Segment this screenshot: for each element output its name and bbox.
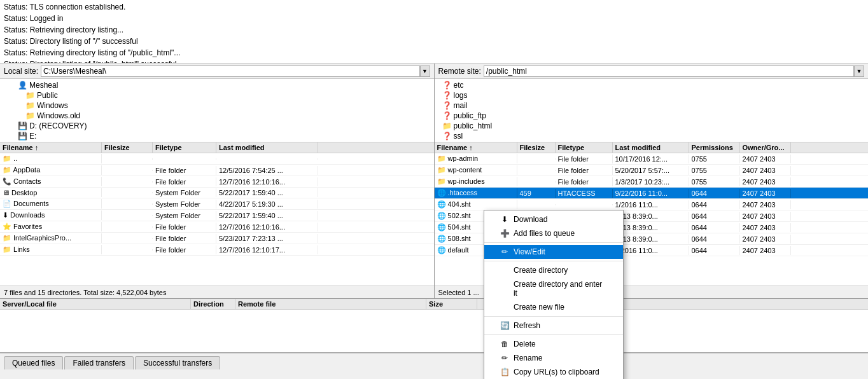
remote-file-row[interactable]: 📁 wp-includes File folder 1/3/2017 10:23… (435, 176, 869, 188)
local-filename-cell: 📁 Links (0, 245, 102, 254)
ctx-refresh[interactable]: 🔄 Refresh (484, 319, 623, 333)
status-text-2: Logged in (30, 14, 64, 23)
tree-item-e[interactable]: 💾 E: (0, 131, 434, 141)
local-filetype-cell (153, 158, 216, 160)
ctx-delete[interactable]: 🗑 Delete (484, 337, 623, 351)
remote-owner-cell: 2407 2403 (740, 166, 791, 175)
tree-item-mesheal[interactable]: 👤 Mesheal (0, 80, 434, 90)
local-file-row[interactable]: 📁 .. (0, 153, 434, 165)
remote-perms-cell: 0644 (689, 212, 740, 221)
ctx-rename[interactable]: ✏ Rename (484, 351, 623, 365)
remote-file-row[interactable]: 📁 wp-content File folder 5/20/2017 5:57:… (435, 165, 869, 176)
tree-item-ssl[interactable]: ❓ ssl (435, 131, 869, 141)
remote-file-row[interactable]: 🌐 .htaccess 459 HTACCESS 9/22/2016 11:0.… (435, 188, 869, 199)
transfer-col-server-header[interactable]: Server/Local file (0, 299, 191, 309)
remote-filesize-cell (517, 170, 556, 171)
question-icon: ❓ (442, 132, 452, 141)
drive-icon: 💾 (18, 121, 27, 130)
tree-item-mail[interactable]: ❓ mail (435, 100, 869, 111)
remote-filesize-cell (517, 181, 556, 183)
local-filename-cell: ⬇ Downloads (0, 210, 102, 220)
question-icon: ❓ (442, 91, 452, 100)
remote-file-row[interactable]: 📁 wp-admin File folder 10/17/2016 12:...… (435, 153, 869, 165)
remote-filename-cell: 📁 wp-admin (435, 154, 517, 163)
col-filesize-r-header[interactable]: Filesize (517, 142, 556, 153)
status-label-3: Status: (4, 25, 27, 34)
col-filesize-header[interactable]: Filesize (102, 142, 153, 153)
local-file-row[interactable]: 📁 AppData File folder 12/5/2016 7:54:25 … (0, 165, 434, 176)
local-file-list-header: Filename ↑ Filesize Filetype Last modifi… (0, 142, 434, 153)
tree-item-logs[interactable]: ❓ logs (435, 90, 869, 100)
remote-owner-cell: 2407 2403 (740, 246, 791, 255)
remote-site-dropdown[interactable]: ▼ (854, 65, 864, 77)
ctx-copy-url[interactable]: 📋 Copy URL(s) to clipboard (484, 365, 623, 379)
file-icon: 🌐 (437, 246, 446, 254)
remote-tree[interactable]: ❓ etc ❓ logs ❓ mail ❓ public_ftp 📁 (435, 79, 869, 142)
local-filetype-cell: File folder (153, 245, 216, 254)
status-line-2: Status: Logged in (4, 13, 864, 24)
ctx-create-directory-enter[interactable]: Create directory and enter it (484, 277, 623, 300)
tab-failed-transfers[interactable]: Failed transfers (64, 356, 134, 369)
tree-item-public-html[interactable]: 📁 public_html (435, 121, 869, 131)
col-lastmod-header[interactable]: Last modified (216, 142, 318, 153)
transfer-col-remote-header[interactable]: Remote file (235, 299, 426, 309)
col-filetype-header[interactable]: Filetype (153, 142, 216, 153)
remote-perms-cell: 0644 (689, 246, 740, 255)
col-lastmod-r-header[interactable]: Last modified (613, 142, 689, 153)
remote-filetype-cell: HTACCESS (556, 189, 613, 198)
local-filesize-cell (102, 192, 153, 193)
local-file-row[interactable]: 📁 Links File folder 12/7/2016 12:10:17..… (0, 244, 434, 256)
tree-item-etc[interactable]: ❓ etc (435, 80, 869, 90)
remote-file-row[interactable]: 🌐 404.sht 1/2016 11:0... 0644 2407 2403 (435, 199, 869, 210)
remote-owner-cell: 2407 2403 (740, 177, 791, 186)
local-file-row[interactable]: ⬇ Downloads System Folder 5/22/2017 1:59… (0, 210, 434, 221)
transfer-col-size-header[interactable]: Size (426, 299, 477, 309)
status-line-5: Status: Retrieving directory listing of … (4, 47, 864, 59)
remote-perms-cell: 0644 (689, 189, 740, 198)
col-filename-header[interactable]: Filename ↑ (0, 142, 102, 153)
remote-filetype-cell: File folder (556, 177, 613, 186)
tree-item-windows[interactable]: 📁 Windows (0, 100, 434, 111)
remote-filetype-cell (556, 204, 613, 205)
transfer-col-dir-header[interactable]: Direction (191, 299, 235, 309)
local-filename-cell: ⭐ Favorites (0, 222, 102, 231)
tree-item-public[interactable]: 📁 Public (0, 90, 434, 100)
folder-icon: 📁 (25, 111, 35, 120)
local-file-list-body[interactable]: 📁 .. 📁 AppData File folder 12/5/2016 7:5… (0, 153, 434, 286)
tab-successful-transfers[interactable]: Successful transfers (135, 356, 220, 369)
local-site-dropdown[interactable]: ▼ (420, 65, 430, 77)
remote-site-path[interactable] (484, 65, 854, 77)
tree-item-windows-old[interactable]: 📁 Windows.old (0, 111, 434, 121)
ctx-view-edit[interactable]: ✏ View/Edit (484, 245, 623, 259)
local-tree[interactable]: 👤 Mesheal 📁 Public 📁 Windows 📁 Windows.o… (0, 79, 434, 142)
folder-icon: 📁 (442, 121, 452, 130)
local-lastmod-cell: 5/22/2017 1:59:40 ... (216, 188, 318, 197)
local-file-row[interactable]: 🖥 Desktop System Folder 5/22/2017 1:59:4… (0, 188, 434, 198)
col-perms-r-header[interactable]: Permissions (689, 142, 740, 153)
local-filename-cell: 📞 Contacts (0, 177, 102, 186)
remote-filename-cell: 🌐 404.sht (435, 200, 517, 209)
col-owner-r-header[interactable]: Owner/Gro... (740, 142, 791, 153)
col-filename-r-header[interactable]: Filename ↑ (435, 142, 517, 153)
ctx-create-directory[interactable]: Create directory (484, 263, 623, 277)
local-file-row[interactable]: 📞 Contacts File folder 12/7/2016 12:10:1… (0, 176, 434, 188)
remote-panel-header: Remote site: ▼ (435, 64, 869, 79)
tab-queued-files[interactable]: Queued files (4, 356, 63, 369)
remote-lastmod-cell: 10/17/2016 12:... (613, 155, 689, 163)
ctx-add-to-queue[interactable]: ➕ Add files to queue (484, 226, 623, 240)
local-file-row[interactable]: ⭐ Favorites File folder 12/7/2016 12:10:… (0, 221, 434, 233)
local-site-path[interactable] (41, 65, 419, 77)
file-icon: 🖥 (3, 189, 10, 196)
tree-item-d-recovery[interactable]: 💾 D: (RECOVERY) (0, 121, 434, 131)
local-filename-cell: 📁 IntelGraphicsPro... (0, 233, 102, 243)
tree-item-public-ftp[interactable]: ❓ public_ftp (435, 111, 869, 121)
file-icon: 🌐 (437, 212, 446, 219)
drive-icon: 💾 (18, 132, 27, 141)
question-icon: ❓ (442, 101, 452, 110)
local-file-row[interactable]: 📁 IntelGraphicsPro... File folder 5/23/2… (0, 233, 434, 244)
ctx-create-new-file[interactable]: Create new file (484, 300, 623, 314)
local-file-row[interactable]: 📄 Documents System Folder 4/22/2017 5:19… (0, 198, 434, 210)
ctx-download[interactable]: ⬇ Download (484, 212, 623, 226)
col-filetype-r-header[interactable]: Filetype (556, 142, 613, 153)
main-area: Local site: ▼ 👤 Mesheal 📁 Public 📁 Windo… (0, 64, 868, 299)
